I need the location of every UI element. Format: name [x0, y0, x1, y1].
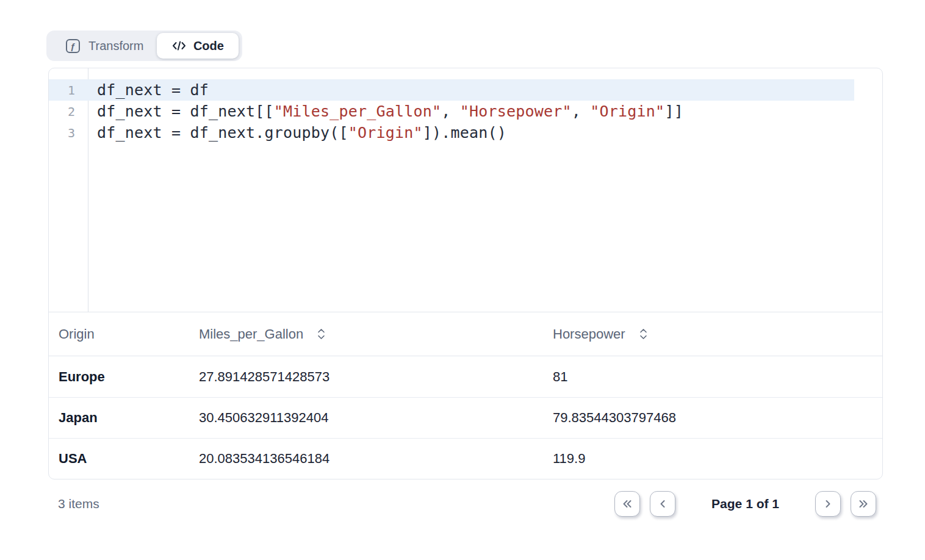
cell-miles-per-gallon: 27.891428571428573 — [199, 369, 553, 385]
column-header-label: Miles_per_Gallon — [199, 326, 303, 342]
tab-code[interactable]: Code — [157, 33, 239, 59]
column-header-origin: Origin — [49, 326, 199, 342]
cell-origin: USA — [49, 451, 199, 467]
view-toggle: ƒ Transform Code — [46, 31, 242, 61]
code-editor[interactable]: 1 df_next = df 2 df_next = df_next[["Mil… — [49, 68, 882, 312]
sort-updown-icon — [639, 328, 648, 340]
table-row: Japan 30.450632911392404 79.835443037974… — [49, 397, 882, 438]
double-chevron-left-icon — [622, 499, 632, 509]
line-number: 1 — [49, 83, 88, 98]
string-segment: "Horsepower" — [460, 102, 572, 120]
tab-code-label: Code — [193, 39, 224, 53]
next-page-button[interactable] — [815, 491, 841, 517]
code-segment: , — [572, 102, 591, 120]
last-page-button[interactable] — [851, 491, 876, 517]
column-header-horsepower[interactable]: Horsepower — [553, 326, 882, 342]
string-segment: "Origin" — [348, 124, 423, 142]
cell-horsepower: 81 — [553, 369, 882, 385]
pagination: Page 1 of 1 — [614, 491, 876, 517]
code-segment: df_next = df — [97, 81, 209, 99]
string-segment: "Origin" — [590, 102, 664, 120]
chevron-right-icon — [823, 499, 833, 509]
first-page-button[interactable] — [614, 491, 640, 517]
line-number: 2 — [49, 104, 88, 119]
double-chevron-right-icon — [858, 499, 868, 509]
tab-transform-label: Transform — [88, 39, 143, 53]
table-row: USA 20.083534136546184 119.9 — [49, 438, 882, 479]
cell-miles-per-gallon: 20.083534136546184 — [199, 451, 553, 467]
code-text: df_next = df — [88, 81, 209, 99]
items-count: 3 items — [58, 497, 99, 511]
line-number: 3 — [49, 126, 88, 140]
string-segment: "Miles_per_Gallon" — [274, 102, 442, 120]
code-segment: ]] — [664, 102, 683, 120]
code-line-3[interactable]: 3 df_next = df_next.groupby(["Origin"]).… — [49, 122, 854, 143]
code-line-1[interactable]: 1 df_next = df — [49, 79, 854, 101]
column-header-label: Horsepower — [553, 326, 625, 342]
code-segment: ]).mean() — [423, 124, 506, 142]
sort-updown-icon — [317, 328, 326, 340]
cell-origin: Europe — [49, 369, 199, 385]
table-row: Europe 27.891428571428573 81 — [49, 356, 882, 397]
code-segment: df_next = df_next[[ — [97, 102, 274, 120]
page-label: Page 1 of 1 — [711, 497, 779, 511]
code-segment: df_next = df_next.groupby([ — [97, 124, 348, 142]
cell-origin: Japan — [49, 410, 199, 426]
code-text: df_next = df_next.groupby(["Origin"]).me… — [88, 124, 506, 142]
column-header-miles-per-gallon[interactable]: Miles_per_Gallon — [199, 326, 553, 342]
table-header-row: Origin Miles_per_Gallon Horsepower — [49, 312, 882, 356]
chevron-left-icon — [658, 499, 668, 509]
column-header-label: Origin — [59, 326, 95, 342]
cell-horsepower: 79.83544303797468 — [553, 410, 882, 426]
code-icon — [172, 40, 186, 51]
cell-horsepower: 119.9 — [553, 451, 882, 467]
code-text: df_next = df_next[["Miles_per_Gallon", "… — [88, 102, 683, 120]
prev-page-button[interactable] — [650, 491, 675, 517]
transform-panel: 1 df_next = df 2 df_next = df_next[["Mil… — [48, 68, 883, 479]
tab-transform[interactable]: ƒ Transform — [46, 39, 157, 53]
cell-miles-per-gallon: 30.450632911392404 — [199, 410, 553, 426]
code-lines: 1 df_next = df 2 df_next = df_next[["Mil… — [49, 68, 854, 143]
function-icon: ƒ — [66, 39, 80, 53]
code-segment: , — [441, 102, 460, 120]
table-footer: 3 items Page 1 of 1 — [58, 490, 876, 517]
code-line-2[interactable]: 2 df_next = df_next[["Miles_per_Gallon",… — [49, 101, 854, 122]
